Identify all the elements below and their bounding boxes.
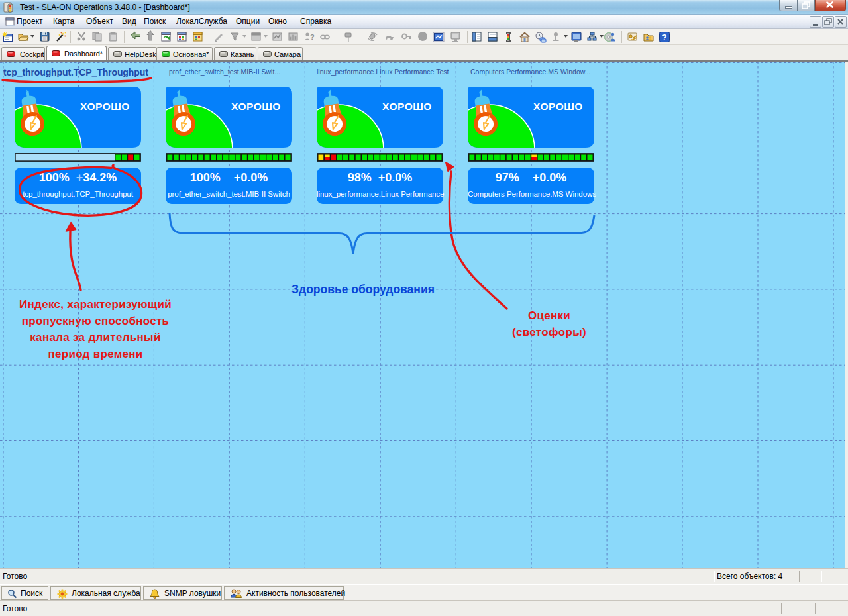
svg-text:?: ? [310, 33, 315, 41]
svg-text:?: ? [662, 33, 666, 42]
